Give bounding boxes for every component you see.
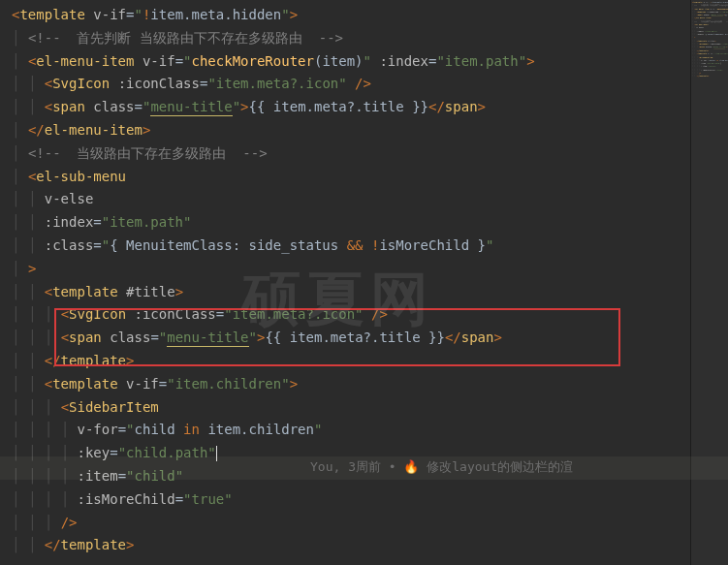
blame-author: You, (310, 459, 348, 474)
blame-msg: 修改layout的侧边栏的渲 (419, 459, 573, 474)
flame-icon: 🔥 (403, 459, 419, 474)
minimap[interactable]: <template v-if="!item.meta.hidden"> │ <!… (690, 0, 728, 565)
git-blame-annotation: You, 3周前 • 🔥 修改layout的侧边栏的渲 (310, 456, 573, 478)
code-editor[interactable]: <template v-if="!item.meta.hidden"> │ <!… (0, 0, 690, 565)
blame-sep: • (381, 459, 403, 474)
editor-root: <template v-if="!item.meta.hidden"> │ <!… (0, 0, 728, 565)
blame-when: 3周前 (348, 459, 381, 474)
